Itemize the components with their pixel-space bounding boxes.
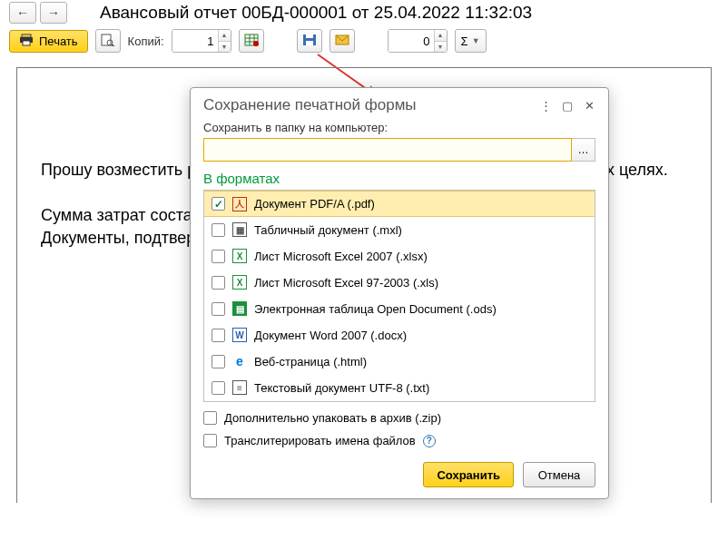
- dialog-cancel-button[interactable]: Отмена: [523, 462, 595, 487]
- docx-icon: W: [232, 328, 247, 342]
- print-button[interactable]: Печать: [9, 30, 88, 53]
- zip-checkbox[interactable]: [203, 411, 217, 425]
- format-row[interactable]: eВеб-страница (.html): [204, 349, 595, 375]
- help-icon[interactable]: ?: [423, 435, 436, 447]
- spin-down[interactable]: ▼: [219, 42, 231, 53]
- format-checkbox[interactable]: [212, 223, 225, 237]
- format-row[interactable]: ▦Табличный документ (.mxl): [204, 217, 595, 243]
- dialog-save-button[interactable]: Сохранить: [423, 462, 514, 487]
- spin-up-2[interactable]: ▲: [435, 30, 447, 42]
- ellipsis-icon: …: [578, 143, 589, 156]
- svg-rect-14: [306, 41, 313, 45]
- copies-label: Копий:: [128, 34, 164, 48]
- svg-line-5: [112, 44, 114, 46]
- xlsx-icon: X: [232, 249, 247, 263]
- format-label: Табличный документ (.mxl): [254, 223, 402, 237]
- ods-icon: ▤: [232, 301, 247, 316]
- zero-input[interactable]: [389, 30, 434, 52]
- sum-dropdown[interactable]: Σ ▼: [455, 29, 487, 53]
- svg-rect-2: [23, 41, 30, 45]
- format-row[interactable]: XЛист Microsoft Excel 97-2003 (.xls): [204, 270, 595, 296]
- svg-rect-0: [22, 34, 31, 37]
- save-button[interactable]: [297, 29, 322, 53]
- preview-button[interactable]: [95, 29, 121, 53]
- maximize-icon: ▢: [562, 99, 573, 113]
- maximize-button[interactable]: ▢: [557, 95, 577, 115]
- format-label: Лист Microsoft Excel 2007 (.xlsx): [254, 250, 428, 263]
- close-button[interactable]: ✕: [579, 95, 599, 115]
- page-title: Авансовый отчет 00БД-000001 от 25.04.202…: [100, 3, 532, 23]
- dialog-title: Сохранение печатной формы: [203, 96, 534, 114]
- format-list[interactable]: 人Документ PDF/A (.pdf)▦Табличный докумен…: [203, 190, 595, 402]
- format-row[interactable]: ≡Текстовый документ ANSI (.txt): [204, 401, 595, 402]
- spin-down-2[interactable]: ▼: [435, 42, 447, 53]
- format-checkbox[interactable]: [212, 355, 225, 368]
- format-checkbox[interactable]: [212, 250, 225, 263]
- format-checkbox[interactable]: [212, 381, 225, 395]
- format-row[interactable]: XЛист Microsoft Excel 2007 (.xlsx): [204, 243, 595, 270]
- translit-checkbox[interactable]: [203, 434, 217, 447]
- close-icon: ✕: [585, 99, 595, 113]
- format-row[interactable]: 人Документ PDF/A (.pdf): [204, 191, 595, 217]
- table-settings-button[interactable]: [239, 29, 264, 53]
- translit-label: Транслитерировать имена файлов: [224, 434, 416, 447]
- sigma-icon: Σ: [461, 34, 468, 48]
- mail-button[interactable]: [330, 29, 355, 53]
- zero-spinbox[interactable]: ▲ ▼: [388, 29, 448, 53]
- format-row[interactable]: ≡Текстовый документ UTF-8 (.txt): [204, 375, 595, 401]
- spin-up[interactable]: ▲: [219, 30, 231, 42]
- path-label: Сохранить в папку на компьютер:: [203, 121, 595, 134]
- forward-button[interactable]: →: [40, 2, 67, 24]
- more-button[interactable]: ⋮: [536, 95, 556, 115]
- html-icon: e: [232, 354, 247, 368]
- arrow-left-icon: ←: [16, 5, 29, 20]
- format-checkbox[interactable]: [212, 276, 225, 290]
- format-label: Лист Microsoft Excel 97-2003 (.xls): [254, 276, 438, 290]
- format-checkbox[interactable]: [212, 302, 225, 316]
- grid-icon: [244, 34, 259, 49]
- txt-icon: ≡: [232, 380, 247, 395]
- browse-button[interactable]: …: [572, 138, 595, 162]
- preview-icon: [101, 34, 115, 49]
- svg-point-11: [253, 41, 259, 46]
- format-label: Веб-страница (.html): [254, 355, 367, 368]
- format-checkbox[interactable]: [212, 329, 225, 342]
- save-icon: [302, 34, 317, 49]
- xlsx-icon: X: [232, 275, 247, 290]
- format-label: Документ Word 2007 (.docx): [254, 329, 407, 342]
- format-checkbox[interactable]: [212, 197, 225, 211]
- pdf-icon: 人: [232, 197, 247, 211]
- copies-spinbox[interactable]: ▲ ▼: [172, 29, 231, 53]
- print-label: Печать: [39, 34, 78, 48]
- format-label: Электронная таблица Open Document (.ods): [254, 302, 497, 316]
- path-input[interactable]: [203, 138, 572, 162]
- format-label: Текстовый документ UTF-8 (.txt): [254, 381, 429, 395]
- format-row[interactable]: WДокумент Word 2007 (.docx): [204, 322, 595, 349]
- arrow-right-icon: →: [47, 5, 60, 20]
- chevron-down-icon: ▼: [472, 36, 480, 45]
- mail-icon: [335, 34, 349, 48]
- printer-icon: [19, 34, 34, 49]
- format-label: Документ PDF/A (.pdf): [254, 197, 375, 211]
- save-dialog: Сохранение печатной формы ⋮ ▢ ✕ Сохранит…: [190, 87, 609, 499]
- zip-label: Дополнительно упаковать в архив (.zip): [224, 411, 441, 425]
- formats-label: В форматах: [203, 171, 595, 186]
- format-row[interactable]: ▤Электронная таблица Open Document (.ods…: [204, 296, 595, 322]
- svg-rect-13: [306, 34, 313, 38]
- mxl-icon: ▦: [232, 222, 247, 237]
- back-button[interactable]: ←: [9, 2, 36, 24]
- copies-input[interactable]: [172, 30, 218, 52]
- more-icon: ⋮: [540, 99, 552, 113]
